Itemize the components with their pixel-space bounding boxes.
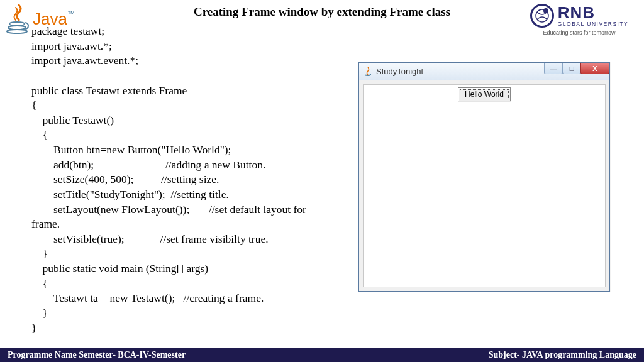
maximize-button[interactable]: □ (562, 63, 581, 74)
java-app-icon (363, 67, 373, 77)
window-controls: — □ X (545, 63, 609, 75)
svg-point-5 (365, 74, 371, 75)
rnb-subtitle: GLOBAL UNIVERSITY (558, 21, 629, 27)
awt-window: StudyTonight — □ X Hello World (358, 62, 610, 292)
minimize-button[interactable]: — (544, 63, 563, 74)
svg-point-2 (7, 30, 27, 33)
footer: Programme Name Semester- BCA-IV-Semester… (0, 348, 644, 362)
window-titlebar: StudyTonight — □ X (359, 63, 609, 80)
code-block: package testawt; import java.awt.*; impo… (31, 24, 306, 336)
footer-left: Programme Name Semester- BCA-IV-Semester (8, 350, 186, 360)
footer-right: Subject- JAVA programming Language (489, 350, 636, 360)
close-button[interactable]: X (580, 63, 609, 74)
window-client-area: Hello World (363, 84, 606, 287)
window-title: StudyTonight (376, 67, 423, 76)
hello-world-button[interactable]: Hello World (458, 87, 511, 101)
rnb-tagline: Educating stars for tomorrow (543, 30, 615, 36)
page-title: Creating Frame window by extending Frame… (0, 5, 644, 19)
